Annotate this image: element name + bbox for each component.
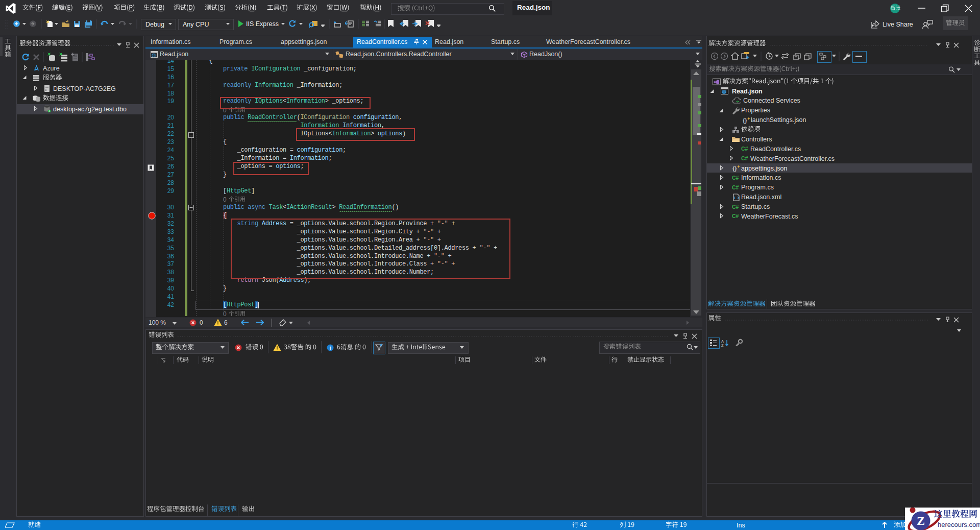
svg-text:{}: {} [743, 117, 747, 123]
svg-text:C#: C# [732, 204, 739, 210]
svg-text:C#: C# [732, 184, 739, 190]
svg-text:{}: {} [732, 165, 737, 172]
svg-text:C#: C# [732, 175, 739, 181]
svg-text:C#: C# [741, 146, 748, 152]
svg-text:C#: C# [732, 213, 739, 219]
svg-text:Z: Z [721, 343, 724, 347]
svg-text:Z: Z [917, 514, 925, 527]
svg-text:C#: C# [741, 155, 748, 161]
